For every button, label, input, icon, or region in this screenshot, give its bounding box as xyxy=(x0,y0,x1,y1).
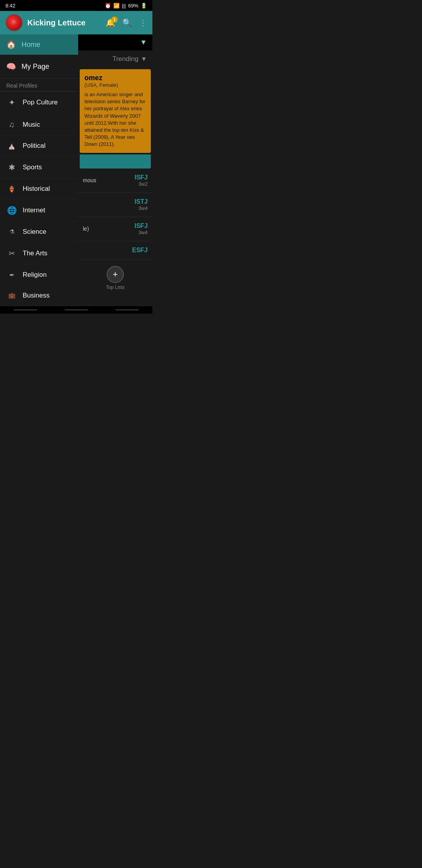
sidebar-item-home[interactable]: 🏠 Home xyxy=(0,34,78,55)
trending-label: Trending xyxy=(113,55,138,63)
trending-bar: Trending ▼ xyxy=(78,50,152,68)
sidebar-item-historical[interactable]: 🏺 Historical xyxy=(0,179,78,199)
list-item[interactable]: ESFJ xyxy=(78,241,152,260)
music-label: Music xyxy=(23,121,40,129)
list-item-name-1: mous xyxy=(83,177,96,183)
internet-label: Internet xyxy=(23,206,45,214)
pop-culture-label: Pop Culture xyxy=(23,99,58,106)
music-icon: ♫ xyxy=(6,120,17,129)
fab-label: Top Lists xyxy=(106,285,124,290)
list-item-name-3: le) xyxy=(83,226,89,232)
app-title: Kicking Lettuce xyxy=(27,18,106,27)
content-area: ▼ Trending ▼ omez (USA, Female) is an Am… xyxy=(78,34,152,306)
wifi-icon: 📶 xyxy=(113,3,120,9)
sidebar-section-header: Real Profiles xyxy=(0,79,78,91)
header-icons: 🔔 1 🔍 ⋮ xyxy=(106,18,147,27)
profile-description: is an American singer and television ser… xyxy=(84,91,146,148)
list-item-type-2: ISTJ 3w4 xyxy=(134,198,148,211)
status-icons: ⏰ 📶 ||| 69% 🔋 xyxy=(105,3,147,9)
battery-display: 69% xyxy=(128,3,138,9)
page-wrapper: 8:42 ⏰ 📶 ||| 69% 🔋 Kicking Lettuce 🔔 1 🔍… xyxy=(0,0,152,330)
home-icon: 🏠 xyxy=(6,40,16,49)
religion-icon: ✒ xyxy=(6,271,17,279)
alarm-icon: ⏰ xyxy=(105,3,111,9)
nav-dot-3 xyxy=(115,309,139,310)
science-label: Science xyxy=(23,228,46,236)
political-icon: ⛪ xyxy=(6,142,17,150)
sidebar-item-mypage[interactable]: 🧠 My Page xyxy=(0,55,78,79)
sidebar-item-political[interactable]: ⛪ Political xyxy=(0,136,78,156)
notification-badge: 1 xyxy=(111,16,118,23)
pop-culture-icon: ✦ xyxy=(6,98,17,107)
sidebar-item-the-arts[interactable]: ✂ The Arts xyxy=(0,242,78,265)
list-item[interactable]: ISTJ 3w4 xyxy=(78,193,152,217)
battery-icon: 🔋 xyxy=(141,3,147,9)
list-item-type-1: ISFJ 3w2 xyxy=(134,174,148,187)
bottom-nav-indicators xyxy=(0,306,152,314)
list-item-type-4: ESFJ xyxy=(132,247,148,254)
sidebar-item-music[interactable]: ♫ Music xyxy=(0,114,78,136)
religion-label: Religion xyxy=(23,271,46,279)
filter-dropdown-icon[interactable]: ▼ xyxy=(140,38,147,47)
mypage-icon: 🧠 xyxy=(6,62,16,71)
profile-meta: (USA, Female) xyxy=(84,82,146,88)
sports-label: Sports xyxy=(23,163,42,171)
profile-name: omez xyxy=(84,74,146,82)
sidebar-item-sports[interactable]: ✱ Sports xyxy=(0,156,78,179)
sports-icon: ✱ xyxy=(6,163,17,172)
nav-dot-2 xyxy=(64,309,88,310)
top-lists-fab[interactable]: + xyxy=(107,266,124,283)
notification-button[interactable]: 🔔 1 xyxy=(106,18,115,27)
fab-container: + Top Lists xyxy=(78,260,152,296)
app-logo xyxy=(5,14,23,31)
historical-icon: 🏺 xyxy=(6,185,17,193)
more-options-button[interactable]: ⋮ xyxy=(139,18,147,27)
app-header: Kicking Lettuce 🔔 1 🔍 ⋮ xyxy=(0,11,152,34)
sidebar-item-religion[interactable]: ✒ Religion xyxy=(0,265,78,285)
content-topbar: ▼ xyxy=(78,34,152,50)
time-display: 8:42 xyxy=(5,3,15,9)
signal-icon: ||| xyxy=(122,3,126,9)
sidebar-item-pop-culture[interactable]: ✦ Pop Culture xyxy=(0,91,78,114)
list-item[interactable]: mous ISFJ 3w2 xyxy=(78,169,152,193)
nav-dot-1 xyxy=(14,309,37,310)
science-icon: ⚗ xyxy=(6,228,17,235)
sidebar: 🏠 Home 🧠 My Page Real Profiles ✦ Pop Cul… xyxy=(0,34,78,306)
sidebar-item-business[interactable]: 💼 Business xyxy=(0,285,78,306)
trending-arrow-icon: ▼ xyxy=(141,56,147,63)
internet-icon: 🌐 xyxy=(6,206,17,215)
political-label: Political xyxy=(23,142,46,150)
the-arts-label: The Arts xyxy=(23,249,47,257)
list-item[interactable]: le) ISFJ 3w4 xyxy=(78,217,152,241)
business-icon: 💼 xyxy=(6,292,17,299)
the-arts-icon: ✂ xyxy=(6,249,17,258)
status-bar: 8:42 ⏰ 📶 ||| 69% 🔋 xyxy=(0,0,152,11)
mypage-label: My Page xyxy=(21,63,49,71)
historical-label: Historical xyxy=(23,185,50,193)
list-item-type-3: ISFJ 3w4 xyxy=(134,222,148,235)
home-label: Home xyxy=(21,41,40,49)
sidebar-item-internet[interactable]: 🌐 Internet xyxy=(0,199,78,222)
business-label: Business xyxy=(23,292,50,299)
main-layout: 🏠 Home 🧠 My Page Real Profiles ✦ Pop Cul… xyxy=(0,34,152,306)
profile-action-bar xyxy=(80,154,151,169)
search-button[interactable]: 🔍 xyxy=(122,18,132,27)
sidebar-item-science[interactable]: ⚗ Science xyxy=(0,222,78,242)
profile-card[interactable]: omez (USA, Female) is an American singer… xyxy=(80,69,151,153)
